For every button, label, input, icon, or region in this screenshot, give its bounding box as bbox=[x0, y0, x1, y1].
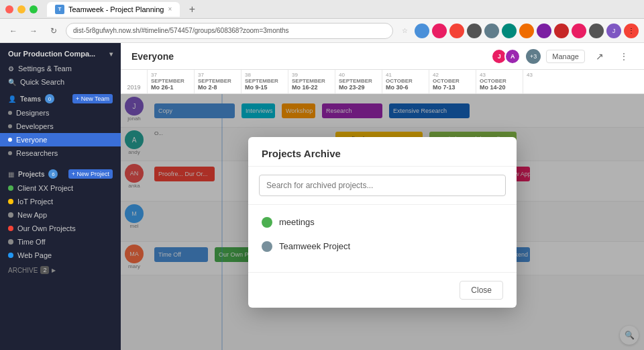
star-icon[interactable]: ☆ bbox=[397, 24, 412, 38]
close-window-button[interactable] bbox=[5, 5, 13, 13]
project-dot-icon bbox=[8, 239, 13, 245]
address-bar[interactable]: dist-5r8gufwyh.now.sh/#timeline/574457/g… bbox=[66, 23, 393, 39]
new-team-button[interactable]: + New Team bbox=[72, 94, 113, 103]
extension-icon-3[interactable] bbox=[449, 24, 464, 38]
sidebar-item-search[interactable]: 🔍 Quick Search bbox=[0, 75, 121, 89]
project-name-iot: IoT Project bbox=[17, 198, 53, 206]
modal-overlay: Projects Archive meetings bbox=[121, 94, 644, 350]
extension-icon-10[interactable] bbox=[572, 24, 586, 38]
sidebar-item-our-own[interactable]: Our Own Projects bbox=[0, 222, 121, 235]
tab-title: Teamweek - Project Planning bbox=[68, 5, 164, 13]
sidebar-item-time-off[interactable]: Time Off bbox=[0, 235, 121, 249]
project-name-our-own: Our Own Projects bbox=[17, 224, 76, 232]
modal-archive-list: meetings Teamweek Project bbox=[248, 205, 517, 272]
date-label: Mo 26-1 bbox=[151, 84, 191, 91]
sidebar-item-researchers[interactable]: Researchers bbox=[0, 146, 121, 160]
settings-label: Settings & Team bbox=[18, 64, 72, 73]
address-text: dist-5r8gufwyh.now.sh/#timeline/574457/g… bbox=[73, 27, 289, 34]
bullet-icon bbox=[8, 124, 12, 128]
project-dot-icon bbox=[8, 199, 13, 204]
archive-section[interactable]: ARCHIVE 2 ▶ bbox=[0, 262, 121, 278]
back-button[interactable]: ← bbox=[5, 23, 21, 39]
view-title: Everyone bbox=[131, 51, 174, 62]
modal-header: Projects Archive bbox=[248, 137, 517, 167]
profile-icon[interactable]: J bbox=[606, 24, 621, 38]
sidebar-item-developers[interactable]: Developers bbox=[0, 120, 121, 133]
project-name-time-off: Time Off bbox=[17, 238, 46, 246]
timeline-body: J jonah Copy Interviews Workshop Researc… bbox=[121, 94, 644, 350]
maximize-window-button[interactable] bbox=[30, 5, 38, 13]
search-icon: 🔍 bbox=[8, 79, 16, 86]
projects-label: Projects bbox=[18, 171, 44, 178]
modal-title: Projects Archive bbox=[262, 148, 341, 159]
project-dot-icon bbox=[8, 212, 13, 218]
sidebar-company-header[interactable]: Our Production Compa... ▾ bbox=[0, 43, 121, 62]
week-col-2: 38 SEPTEMBER Mo 9-15 bbox=[241, 70, 288, 93]
browser-titlebar: T Teamweek - Project Planning × + bbox=[0, 0, 644, 19]
extension-icon-8[interactable] bbox=[537, 24, 551, 38]
browser-frame: T Teamweek - Project Planning × + ← → ↻ … bbox=[0, 0, 644, 350]
modal-search-area bbox=[248, 167, 517, 205]
sidebar-item-client-xx[interactable]: Client XX Project bbox=[0, 181, 121, 195]
sidebar: Our Production Compa... ▾ ⚙ Settings & T… bbox=[0, 43, 121, 350]
main-content: Everyone J A +3 Manage ↗ ⋮ 2019 37 bbox=[121, 43, 644, 350]
bullet-icon bbox=[8, 111, 12, 115]
more-options-icon[interactable]: ⋮ bbox=[614, 47, 633, 66]
extension-icon-9[interactable] bbox=[554, 24, 569, 38]
extension-icon-1[interactable] bbox=[415, 24, 429, 38]
browser-menu-icon[interactable]: ⋮ bbox=[624, 24, 639, 38]
extension-icon-7[interactable] bbox=[519, 24, 534, 38]
sidebar-item-iot[interactable]: IoT Project bbox=[0, 195, 121, 208]
modal-close-button[interactable]: Close bbox=[460, 281, 503, 300]
projects-archive-modal: Projects Archive meetings bbox=[248, 137, 517, 308]
app: Our Production Compa... ▾ ⚙ Settings & T… bbox=[0, 43, 644, 350]
avatar-2: A bbox=[504, 48, 521, 64]
company-chevron-icon: ▾ bbox=[109, 50, 113, 58]
week-col-0: 37 SEPTEMBER Mo 26-1 bbox=[148, 70, 195, 93]
sidebar-item-web-page[interactable]: Web Page bbox=[0, 249, 121, 262]
teams-label: Teams bbox=[20, 95, 41, 103]
refresh-button[interactable]: ↻ bbox=[46, 23, 62, 39]
project-dot-icon bbox=[8, 185, 13, 191]
topbar: Everyone J A +3 Manage ↗ ⋮ bbox=[121, 43, 644, 70]
week-col-1: 37 SEPTEMBER Mo 2-8 bbox=[195, 70, 241, 93]
settings-icon: ⚙ bbox=[8, 65, 14, 73]
extension-icon-2[interactable] bbox=[432, 24, 447, 38]
archive-count-badge: 2 bbox=[40, 266, 49, 274]
tab-close-button[interactable]: × bbox=[168, 5, 172, 13]
project-name-web-page: Web Page bbox=[17, 251, 52, 259]
year-label: 2019 bbox=[121, 70, 148, 93]
meetings-dot-icon bbox=[262, 217, 272, 228]
forward-button[interactable]: → bbox=[25, 23, 42, 39]
archive-search-input[interactable] bbox=[259, 175, 506, 196]
sidebar-item-new-app[interactable]: New App bbox=[0, 208, 121, 222]
browser-tab[interactable]: T Teamweek - Project Planning × bbox=[47, 2, 180, 17]
project-name-new-app: New App bbox=[17, 211, 47, 219]
team-name-everyone: Everyone bbox=[16, 136, 47, 144]
minimize-window-button[interactable] bbox=[17, 5, 25, 13]
new-project-button[interactable]: + New Project bbox=[68, 169, 113, 179]
sidebar-item-everyone[interactable]: Everyone bbox=[0, 133, 121, 146]
archive-item-meetings[interactable]: meetings bbox=[248, 210, 517, 234]
sidebar-item-settings[interactable]: ⚙ Settings & Team bbox=[0, 62, 121, 75]
extension-icon-4[interactable] bbox=[467, 24, 482, 38]
sidebar-item-designers[interactable]: Designers bbox=[0, 106, 121, 120]
timeline-header: 2019 37 SEPTEMBER Mo 26-1 37 SEPTEMBER M… bbox=[121, 70, 644, 94]
extension-icon-5[interactable] bbox=[484, 24, 499, 38]
month-label: SEPTEMBER bbox=[151, 78, 191, 84]
projects-section-header: ▦ Projects 6 + New Project bbox=[0, 164, 121, 181]
extension-icon-11[interactable] bbox=[589, 24, 604, 38]
project-name-client-xx: Client XX Project bbox=[17, 184, 73, 192]
team-name-designers: Designers bbox=[16, 109, 50, 117]
manage-button[interactable]: Manage bbox=[546, 50, 585, 63]
archive-chevron-icon: ▶ bbox=[52, 267, 56, 273]
meetings-label: meetings bbox=[279, 217, 315, 227]
add-tab-button[interactable]: + bbox=[184, 1, 200, 17]
bullet-icon bbox=[8, 138, 12, 142]
team-name-developers: Developers bbox=[16, 122, 54, 130]
tab-favicon-icon: T bbox=[55, 5, 64, 14]
share-icon[interactable]: ↗ bbox=[590, 47, 609, 66]
project-dot-icon bbox=[8, 253, 13, 258]
archive-item-teamweek[interactable]: Teamweek Project bbox=[248, 234, 517, 259]
extension-icon-6[interactable] bbox=[502, 24, 517, 38]
